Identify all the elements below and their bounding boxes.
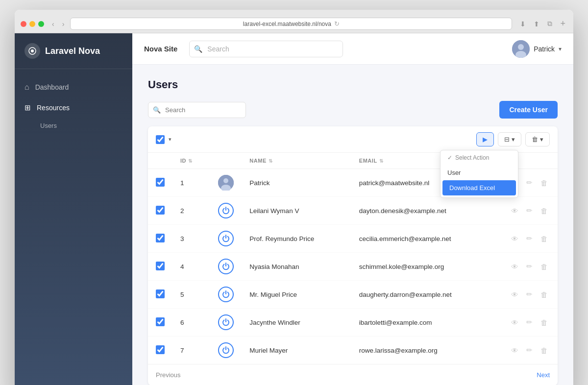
tabs-icon[interactable]: ⧉ — [545, 17, 554, 31]
cell-actions: 👁✏🗑 — [499, 225, 558, 253]
filter-button[interactable]: ⊟ ▾ — [498, 132, 521, 146]
view-button[interactable]: 👁 — [509, 289, 520, 300]
cell-avatar — [210, 169, 242, 197]
sidebar-item-dashboard[interactable]: ⌂ Dashboard — [15, 77, 132, 97]
view-button[interactable]: 👁 — [509, 261, 520, 272]
edit-button[interactable]: ✏ — [524, 177, 535, 188]
back-button[interactable]: ‹ — [50, 18, 56, 30]
sort-name-icon: ⇅ — [269, 158, 273, 164]
share-icon[interactable]: ⬆ — [532, 17, 541, 31]
row-checkbox[interactable] — [156, 206, 165, 215]
cell-id: 4 — [172, 253, 210, 281]
sidebar-item-label: Dashboard — [35, 83, 69, 91]
svg-point-6 — [223, 178, 228, 183]
th-name[interactable]: NAME ⇅ — [242, 153, 351, 169]
edit-button[interactable]: ✏ — [524, 233, 535, 244]
cell-actions: 👁✏🗑 — [499, 197, 558, 225]
minimize-button[interactable] — [29, 21, 35, 27]
delete-row-button[interactable]: 🗑 — [539, 205, 550, 216]
cell-avatar — [210, 197, 242, 225]
row-checkbox[interactable] — [156, 178, 165, 187]
dropdown-item-download-excel[interactable]: Download Excel — [442, 180, 516, 195]
cell-name: Leilani Wyman V — [242, 197, 351, 225]
delete-row-button[interactable]: 🗑 — [539, 289, 550, 300]
next-button[interactable]: Next — [537, 371, 550, 379]
power-icon — [218, 342, 234, 358]
row-checkbox[interactable] — [156, 234, 165, 242]
logo-icon — [24, 43, 40, 59]
row-checkbox[interactable] — [156, 317, 165, 326]
edit-button[interactable]: ✏ — [524, 261, 535, 272]
new-tab-icon[interactable]: + — [558, 17, 567, 31]
svg-point-3 — [518, 44, 524, 50]
th-id[interactable]: ID ⇅ — [172, 153, 210, 169]
browser-window: ‹ › laravel-excel.maatwebsite.nl/nova ↻ … — [15, 10, 573, 385]
row-actions: 👁✏🗑 — [507, 261, 550, 272]
home-icon: ⌂ — [24, 83, 29, 92]
grid-icon: ⊞ — [24, 103, 31, 112]
delete-row-button[interactable]: 🗑 — [539, 233, 550, 244]
dropdown-item-user[interactable]: User — [441, 165, 518, 180]
forward-button[interactable]: › — [60, 18, 67, 30]
view-button[interactable]: 👁 — [509, 317, 520, 328]
cell-actions: 👁✏🗑 — [499, 337, 558, 364]
cell-id: 5 — [172, 281, 210, 309]
address-bar[interactable]: laravel-excel.maatwebsite.nl/nova ↻ — [70, 18, 512, 30]
view-button[interactable]: 👁 — [509, 345, 520, 356]
row-actions: 👁✏🗑 — [507, 345, 550, 356]
table-search-input[interactable] — [148, 102, 246, 118]
close-button[interactable] — [21, 21, 26, 27]
row-checkbox[interactable] — [156, 289, 165, 298]
download-icon[interactable]: ⬇ — [518, 17, 528, 31]
delete-button[interactable]: 🗑 ▾ — [525, 132, 550, 146]
cell-id: 3 — [172, 225, 210, 253]
cell-actions: 👁✏🗑 — [499, 253, 558, 281]
edit-button[interactable]: ✏ — [524, 345, 535, 356]
sidebar-sub-item-users[interactable]: Users — [15, 118, 132, 133]
row-checkbox[interactable] — [156, 262, 165, 270]
previous-button[interactable]: Previous — [156, 371, 181, 379]
delete-row-button[interactable]: 🗑 — [539, 317, 550, 328]
checkbox-dropdown-arrow[interactable]: ▾ — [169, 136, 172, 143]
avatar — [512, 40, 530, 58]
power-icon — [218, 287, 234, 302]
table-actions-bar: ▾ ✓ Select Action User Download Excel — [148, 126, 558, 153]
browser-chrome: ‹ › laravel-excel.maatwebsite.nl/nova ↻ … — [15, 10, 573, 33]
table-container: ▾ ✓ Select Action User Download Excel — [148, 126, 558, 385]
th-name-label: NAME — [249, 158, 267, 164]
cell-avatar — [210, 225, 242, 253]
user-menu[interactable]: Patrick ▾ — [512, 40, 562, 58]
cell-name: Muriel Mayer — [242, 337, 351, 364]
chevron-down-icon: ▾ — [559, 46, 562, 52]
edit-button[interactable]: ✏ — [524, 317, 535, 328]
edit-button[interactable]: ✏ — [524, 289, 535, 300]
run-icon: ▶ — [483, 136, 488, 143]
run-action-button[interactable]: ▶ — [476, 132, 494, 146]
browser-actions: ⬇ ⬆ ⧉ + — [518, 17, 567, 31]
cell-email: rowe.larissa@example.org — [351, 337, 499, 364]
page-content: Users 🔍 Create User ▾ — [132, 65, 573, 385]
delete-row-button[interactable]: 🗑 — [539, 345, 550, 356]
row-actions: 👁✏🗑 — [507, 233, 550, 244]
maximize-button[interactable] — [38, 21, 44, 27]
cell-email: daugherty.darron@example.net — [351, 281, 499, 309]
table-toolbar: 🔍 Create User — [148, 101, 558, 119]
delete-row-button[interactable]: 🗑 — [539, 177, 550, 188]
select-all-checkbox[interactable] — [156, 135, 165, 144]
cell-email: ibartoletti@example.com — [351, 309, 499, 337]
th-id-label: ID — [180, 158, 186, 164]
pagination: Previous Next — [148, 364, 558, 385]
cell-email: cecilia.emmerich@example.net — [351, 225, 499, 253]
cell-id: 1 — [172, 169, 210, 197]
view-button[interactable]: 👁 — [509, 205, 520, 216]
delete-row-button[interactable]: 🗑 — [539, 261, 550, 272]
topbar-search-input[interactable] — [189, 41, 343, 57]
edit-button[interactable]: ✏ — [524, 205, 535, 216]
main-content: Nova Site 🔍 Patrick ▾ — [132, 33, 573, 385]
row-checkbox[interactable] — [156, 345, 165, 354]
view-button[interactable]: 👁 — [509, 233, 520, 244]
reload-icon[interactable]: ↻ — [334, 20, 340, 27]
create-user-button[interactable]: Create User — [499, 101, 558, 119]
sidebar-item-resources[interactable]: ⊞ Resources — [15, 97, 132, 118]
table-row: 2 Leilani Wyman Vdayton.denesik@example.… — [148, 197, 558, 225]
